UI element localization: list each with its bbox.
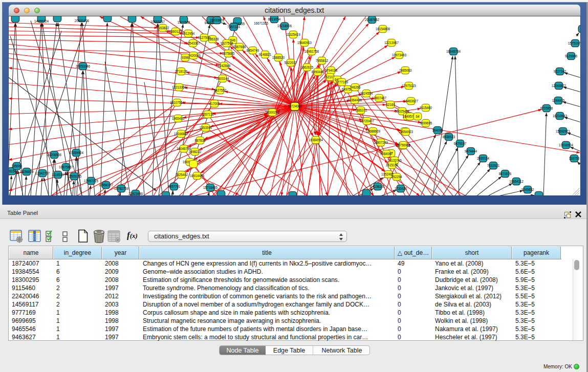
svg-text:8938923: 8938923 <box>443 135 455 138</box>
svg-text:10958107: 10958107 <box>99 183 114 186</box>
svg-text:16961758: 16961758 <box>304 49 319 53</box>
svg-text:10025438: 10025438 <box>395 109 410 113</box>
svg-text:16107554: 16107554 <box>170 100 185 104</box>
svg-text:19756928: 19756928 <box>396 143 411 146</box>
svg-text:7632621: 7632621 <box>487 163 500 167</box>
svg-text:14136141: 14136141 <box>371 184 385 188</box>
svg-text:15640910: 15640910 <box>297 40 312 44</box>
svg-text:9129966: 9129966 <box>565 54 578 57</box>
svg-text:10807487: 10807487 <box>372 96 387 99</box>
svg-text:10688609: 10688609 <box>366 129 381 133</box>
svg-text:7163822: 7163822 <box>157 26 169 29</box>
svg-text:9777169: 9777169 <box>336 80 349 83</box>
svg-text:2242848: 2242848 <box>218 63 231 67</box>
svg-text:8990448: 8990448 <box>312 70 324 73</box>
svg-text:2718126: 2718126 <box>175 69 188 73</box>
svg-text:18807249: 18807249 <box>374 140 388 144</box>
svg-text:20691406: 20691406 <box>75 18 90 22</box>
svg-text:417006: 417006 <box>209 101 220 105</box>
svg-text:11156829: 11156829 <box>19 169 34 173</box>
svg-text:18724007: 18724007 <box>288 104 302 108</box>
svg-text:1588520: 1588520 <box>272 55 285 59</box>
svg-text:9396: 9396 <box>182 55 189 59</box>
svg-text:9146821: 9146821 <box>259 52 272 56</box>
svg-text:16154808: 16154808 <box>376 27 390 30</box>
svg-text:2803144: 2803144 <box>216 76 229 80</box>
svg-text:12505135: 12505135 <box>67 174 82 178</box>
svg-text:1114519: 1114519 <box>52 172 64 176</box>
svg-text:9327508: 9327508 <box>221 41 233 45</box>
svg-text:16648784: 16648784 <box>446 49 461 53</box>
svg-text:17957225: 17957225 <box>84 179 99 182</box>
svg-text:19384554: 19384554 <box>309 138 323 141</box>
svg-text:9227342: 9227342 <box>554 69 567 73</box>
svg-text:16033809: 16033809 <box>210 18 225 21</box>
svg-text:10973493: 10973493 <box>392 53 407 56</box>
svg-text:11325419: 11325419 <box>286 32 300 36</box>
svg-text:3824554: 3824554 <box>360 91 373 95</box>
svg-text:62160: 62160 <box>386 102 395 106</box>
svg-text:1527602: 1527602 <box>178 20 190 24</box>
svg-text:15692971: 15692971 <box>556 129 571 133</box>
svg-text:16914479: 16914479 <box>190 173 205 177</box>
svg-text:3498222: 3498222 <box>189 149 202 153</box>
svg-text:252254: 252254 <box>391 174 402 178</box>
svg-text:15720407: 15720407 <box>360 119 375 122</box>
svg-text:9474444: 9474444 <box>465 149 477 152</box>
svg-text:17975115: 17975115 <box>402 83 416 87</box>
svg-text:7625402: 7625402 <box>176 172 188 176</box>
svg-text:7386372: 7386372 <box>355 108 367 112</box>
svg-text:7357224: 7357224 <box>227 25 240 28</box>
svg-text:19463627: 19463627 <box>404 99 419 102</box>
svg-text:16210643: 16210643 <box>553 114 568 117</box>
svg-text:9127509: 9127509 <box>198 35 211 39</box>
svg-text:18300295: 18300295 <box>265 110 280 114</box>
svg-text:64: 64 <box>416 114 420 118</box>
svg-text:9115460: 9115460 <box>420 105 432 109</box>
svg-text:12093872: 12093872 <box>552 83 567 87</box>
svg-text:9457791: 9457791 <box>168 184 181 188</box>
svg-text:7485063: 7485063 <box>399 68 412 72</box>
svg-text:8454749: 8454749 <box>247 48 259 52</box>
svg-text:9245652: 9245652 <box>521 187 534 191</box>
svg-text:12213967: 12213967 <box>384 40 399 44</box>
svg-text:1965493: 1965493 <box>172 116 185 120</box>
svg-text:2367608: 2367608 <box>233 45 246 48</box>
svg-text:887833: 887833 <box>194 138 206 142</box>
svg-text:116753: 116753 <box>569 156 580 160</box>
svg-text:19218906: 19218906 <box>277 24 292 28</box>
svg-text:8471676: 8471676 <box>499 171 512 175</box>
svg-text:9699695: 9699695 <box>420 121 432 124</box>
svg-text:12923446: 12923446 <box>128 191 143 195</box>
svg-text:16782759: 16782759 <box>114 186 129 190</box>
svg-text:3267130: 3267130 <box>202 112 214 116</box>
svg-text:10975867: 10975867 <box>59 165 74 168</box>
svg-text:1362615: 1362615 <box>301 65 314 69</box>
svg-text:15716485: 15716485 <box>203 185 218 189</box>
svg-text:17359924: 17359924 <box>69 150 84 154</box>
svg-text:16671355: 16671355 <box>254 21 269 25</box>
svg-text:19654923: 19654923 <box>399 129 413 133</box>
svg-text:1353594: 1353594 <box>200 125 212 129</box>
svg-text:8427552: 8427552 <box>214 88 227 92</box>
svg-text:9084067: 9084067 <box>380 151 393 155</box>
svg-text:20187652: 20187652 <box>365 17 380 21</box>
svg-text:164095: 164095 <box>432 128 443 132</box>
svg-text:10543367: 10543367 <box>186 41 201 45</box>
svg-text:6794028: 6794028 <box>325 68 338 72</box>
svg-text:5322037: 5322037 <box>285 60 297 64</box>
svg-text:17016504: 17016504 <box>559 143 574 146</box>
svg-text:20206536: 20206536 <box>47 152 62 156</box>
svg-text:335061: 335061 <box>11 164 23 167</box>
svg-text:6479197: 6479197 <box>454 141 467 145</box>
svg-text:1615152: 1615152 <box>386 163 399 166</box>
svg-text:8660125: 8660125 <box>169 29 182 33</box>
svg-text:3875685: 3875685 <box>222 51 235 55</box>
svg-text:3912954: 3912954 <box>182 31 195 35</box>
svg-text:19166827: 19166827 <box>174 132 189 135</box>
svg-text:15751074: 15751074 <box>568 41 580 45</box>
svg-text:10653267: 10653267 <box>150 19 165 23</box>
svg-text:8215958: 8215958 <box>540 106 553 110</box>
svg-text:20364436: 20364436 <box>347 98 362 101</box>
svg-text:8813054: 8813054 <box>268 17 281 20</box>
